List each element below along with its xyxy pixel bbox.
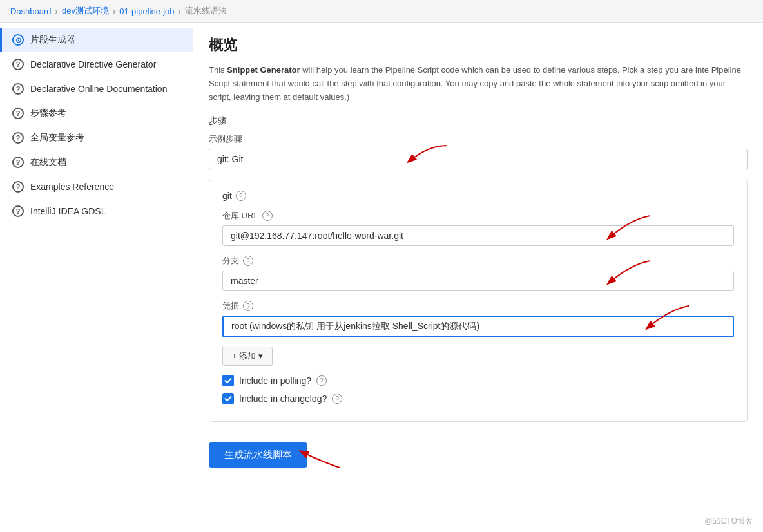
generate-btn-label: 生成流水线脚本	[224, 449, 292, 460]
sidebar-item-label: Declarative Online Documentation	[30, 84, 167, 94]
declarative-directive-icon: ?	[12, 59, 24, 70]
breadcrumb-job[interactable]: 01-pipeline-job	[119, 6, 174, 16]
branch-input[interactable]	[222, 271, 734, 291]
footer: @51CTO博客	[694, 511, 763, 531]
sidebar-item-label: 步骤参考	[30, 108, 66, 119]
git-form-box: git ? 仓库 URL ?	[209, 180, 748, 422]
include-changelog-checkbox[interactable]	[222, 393, 234, 404]
repo-url-label: 仓库 URL ?	[222, 210, 734, 222]
main-description: This Snippet Generator will help you lea…	[209, 64, 748, 104]
steps-reference-icon: ?	[12, 108, 24, 119]
main-content: 概览 This Snippet Generator will help you …	[193, 23, 763, 531]
declarative-docs-icon: ?	[12, 83, 24, 95]
repo-url-group: 仓库 URL ?	[222, 210, 734, 246]
include-polling-checkbox[interactable]	[222, 375, 234, 386]
sidebar-item-examples-ref[interactable]: ? Examples Reference	[0, 175, 193, 199]
branch-label: 分支 ?	[222, 255, 734, 267]
include-polling-help-icon[interactable]: ?	[316, 375, 327, 386]
sidebar-item-declarative-docs[interactable]: ? Declarative Online Documentation	[0, 77, 193, 101]
include-polling-row: Include in polling? ?	[222, 375, 734, 386]
example-steps-label: 示例步骤	[209, 133, 748, 145]
breadcrumb-dashboard[interactable]: Dashboard	[10, 6, 52, 16]
include-polling-label: Include in polling?	[239, 375, 311, 386]
sidebar-item-online-docs[interactable]: ? 在线文档	[0, 150, 193, 175]
sidebar-item-label: 片段生成器	[30, 34, 75, 46]
sidebar-item-global-vars[interactable]: ? 全局变量参考	[0, 126, 193, 150]
branch-help-icon[interactable]: ?	[243, 256, 253, 266]
include-changelog-label: Include in changelog?	[239, 394, 327, 404]
sidebar-item-label: IntelliJ IDEA GDSL	[30, 206, 106, 216]
credentials-help-icon[interactable]: ?	[243, 301, 253, 311]
sidebar-item-label: Examples Reference	[30, 182, 114, 192]
sidebar: ⊙ 片段生成器 ? Declarative Directive Generato…	[0, 23, 193, 531]
steps-section-label: 步骤	[209, 115, 748, 127]
sidebar-item-intellij-gdsl[interactable]: ? IntelliJ IDEA GDSL	[0, 199, 193, 223]
generate-pipeline-button[interactable]: 生成流水线脚本	[209, 442, 307, 468]
intellij-gdsl-icon: ?	[12, 205, 24, 217]
include-changelog-help-icon[interactable]: ?	[332, 394, 342, 404]
add-button[interactable]: + 添加 ▾	[222, 347, 273, 366]
step-input-row	[209, 149, 748, 169]
sidebar-item-snippet-generator[interactable]: ⊙ 片段生成器	[0, 28, 193, 52]
examples-ref-icon: ?	[12, 181, 24, 193]
sidebar-item-label: 全局变量参考	[30, 132, 84, 144]
snippet-generator-icon: ⊙	[12, 34, 24, 46]
git-help-icon[interactable]: ?	[236, 191, 246, 201]
credentials-group: 凭据 ?	[222, 300, 734, 337]
footer-text: @51CTO博客	[704, 517, 753, 526]
sidebar-item-label: Declarative Directive Generator	[30, 59, 156, 70]
repo-url-help-icon[interactable]: ?	[262, 211, 273, 221]
global-vars-icon: ?	[12, 132, 24, 144]
breadcrumb: Dashboard › dev测试环境 › 01-pipeline-job › …	[0, 0, 763, 23]
sidebar-item-steps-reference[interactable]: ? 步骤参考	[0, 101, 193, 126]
repo-url-input[interactable]	[222, 225, 734, 246]
page-title: 概览	[209, 35, 748, 55]
desc-pre: This	[209, 65, 227, 75]
sidebar-item-declarative-directive[interactable]: ? Declarative Directive Generator	[0, 52, 193, 77]
breadcrumb-env[interactable]: dev测试环境	[62, 5, 109, 17]
online-docs-icon: ?	[12, 157, 24, 168]
desc-bold: Snippet Generator	[227, 65, 300, 75]
generate-btn-wrapper: 生成流水线脚本	[209, 432, 307, 468]
breadcrumb-current: 流水线语法	[185, 5, 227, 17]
include-changelog-row: Include in changelog? ?	[222, 393, 734, 404]
branch-group: 分支 ?	[222, 255, 734, 291]
sidebar-item-label: 在线文档	[30, 157, 66, 168]
add-button-label: + 添加 ▾	[232, 350, 263, 362]
step-input[interactable]	[209, 149, 748, 169]
git-label: git ?	[222, 191, 734, 201]
